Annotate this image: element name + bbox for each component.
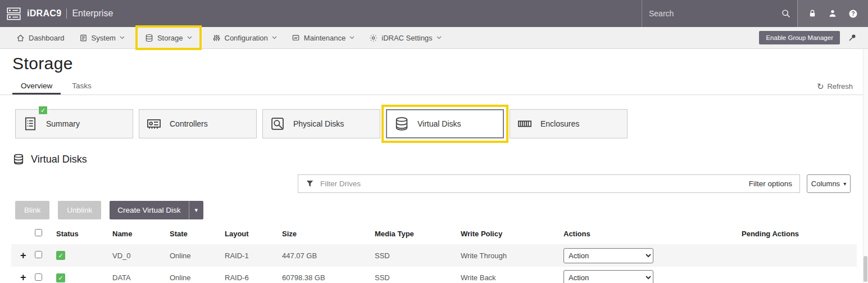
nav-right-group: Enable Group Manager bbox=[759, 31, 862, 44]
user-icon[interactable] bbox=[828, 9, 837, 18]
summary-healthy-badge: ✓ bbox=[38, 106, 48, 115]
virtual-disks-toolbar: Blink Unblink Create Virtual Disk ▾ bbox=[15, 201, 868, 219]
filter-options-link[interactable]: Filter options bbox=[749, 179, 792, 188]
cell-pending-actions bbox=[734, 244, 857, 267]
filter-funnel-icon bbox=[306, 179, 314, 188]
pin-icon[interactable] bbox=[848, 33, 857, 42]
select-all-column-header bbox=[27, 223, 48, 244]
cell-state: Online bbox=[162, 267, 217, 283]
filter-drives-input[interactable] bbox=[320, 179, 743, 188]
expand-row-button[interactable]: + bbox=[17, 272, 26, 283]
card-physical-disks[interactable]: Physical Disks bbox=[262, 109, 380, 138]
table-row: + ✓ DATA Online RAID-6 60798.38 GB SSD W… bbox=[11, 267, 857, 283]
row-action-select[interactable]: Action bbox=[563, 248, 653, 263]
help-icon[interactable]: ? bbox=[848, 9, 858, 19]
virtual-disks-section-header: Virtual Disks bbox=[12, 153, 868, 165]
system-icon bbox=[79, 34, 88, 42]
expand-row-button[interactable]: + bbox=[17, 250, 26, 262]
column-header-write-policy: Write Policy bbox=[453, 223, 556, 244]
cell-write-policy: Write Back bbox=[453, 267, 556, 283]
tab-tasks[interactable]: Tasks bbox=[63, 78, 100, 95]
physical-disks-icon bbox=[270, 116, 285, 132]
header-spacer bbox=[113, 0, 642, 27]
svg-text:?: ? bbox=[851, 11, 855, 17]
tab-overview[interactable]: Overview bbox=[12, 78, 61, 95]
status-ok-icon: ✓ bbox=[56, 251, 65, 260]
enable-group-manager-button[interactable]: Enable Group Manager bbox=[759, 31, 840, 44]
cell-media-type: SSD bbox=[367, 267, 453, 283]
nav-item-label: System bbox=[92, 34, 116, 42]
page-title: Storage bbox=[12, 54, 868, 73]
nav-item-label: Dashboard bbox=[29, 34, 65, 42]
nav-item-system[interactable]: System bbox=[72, 27, 132, 49]
card-enclosures[interactable]: Enclosures bbox=[510, 109, 628, 138]
cell-pending-actions bbox=[734, 267, 857, 283]
brand-edition: Enterprise bbox=[72, 8, 113, 19]
chevron-down-icon bbox=[187, 36, 192, 39]
virtual-disks-icon bbox=[394, 116, 410, 132]
configuration-icon bbox=[212, 34, 221, 42]
home-icon bbox=[16, 34, 25, 42]
nav-item-label: Storage bbox=[157, 34, 183, 42]
select-all-checkbox[interactable] bbox=[35, 229, 42, 236]
row-checkbox[interactable] bbox=[35, 251, 42, 258]
card-label: Virtual Disks bbox=[417, 119, 461, 128]
columns-button[interactable]: Columns ▾ bbox=[807, 174, 851, 193]
nav-item-maintenance[interactable]: Maintenance bbox=[284, 27, 362, 49]
virtual-disks-icon bbox=[12, 153, 25, 165]
column-header-pending-actions: Pending Actions bbox=[734, 223, 857, 244]
blink-button[interactable]: Blink bbox=[15, 201, 49, 219]
nav-item-label: Configuration bbox=[225, 34, 268, 42]
row-action-select[interactable]: Action bbox=[563, 270, 653, 283]
card-summary[interactable]: ✓ Summary bbox=[15, 109, 133, 138]
row-checkbox[interactable] bbox=[35, 273, 42, 281]
search-input[interactable] bbox=[649, 9, 777, 18]
search-icon[interactable] bbox=[781, 9, 790, 18]
column-header-layout: Layout bbox=[217, 223, 274, 244]
unblink-button[interactable]: Unblink bbox=[58, 201, 101, 219]
nav-item-storage[interactable]: Storage bbox=[138, 28, 199, 48]
brand-name: iDRAC9 bbox=[27, 8, 61, 19]
cell-media-type: SSD bbox=[367, 244, 453, 267]
tab-bar: Overview Tasks ↻ Refresh bbox=[0, 78, 868, 95]
summary-icon bbox=[22, 116, 38, 132]
chevron-down-icon bbox=[349, 36, 355, 39]
card-label: Summary bbox=[46, 119, 80, 128]
vertical-scrollbar[interactable] bbox=[863, 49, 868, 283]
refresh-button[interactable]: ↻ Refresh bbox=[817, 82, 853, 95]
scrollbar-thumb[interactable] bbox=[864, 256, 867, 282]
brand-divider bbox=[66, 8, 67, 19]
cell-size: 60798.38 GB bbox=[274, 267, 367, 283]
column-header-name: Name bbox=[104, 223, 162, 244]
nav-item-configuration[interactable]: Configuration bbox=[205, 27, 284, 49]
main-nav: Dashboard System Storage Configuration bbox=[0, 27, 868, 49]
caret-down-icon: ▾ bbox=[189, 201, 204, 219]
card-label: Controllers bbox=[170, 119, 208, 128]
expand-column-header bbox=[11, 223, 27, 244]
lock-icon[interactable] bbox=[808, 9, 817, 18]
create-virtual-disk-button[interactable]: Create Virtual Disk ▾ bbox=[110, 201, 203, 219]
header-icon-group: ? bbox=[797, 0, 868, 27]
cell-name: DATA bbox=[104, 267, 162, 283]
caret-down-icon: ▾ bbox=[843, 181, 846, 187]
chevron-down-icon bbox=[437, 36, 442, 39]
chevron-down-icon bbox=[272, 36, 277, 39]
cell-layout: RAID-6 bbox=[217, 267, 274, 283]
card-label: Enclosures bbox=[540, 119, 579, 128]
cell-size: 447.07 GB bbox=[274, 244, 367, 267]
section-title: Virtual Disks bbox=[31, 154, 87, 165]
filter-row: Filter options Columns ▾ bbox=[298, 174, 851, 193]
column-header-media-type: Media Type bbox=[367, 223, 453, 244]
search-box bbox=[642, 0, 797, 27]
card-virtual-disks[interactable]: Virtual Disks bbox=[386, 109, 504, 138]
nav-item-dashboard[interactable]: Dashboard bbox=[9, 27, 72, 49]
controllers-icon bbox=[146, 116, 162, 132]
nav-item-idrac-settings[interactable]: iDRAC Settings bbox=[362, 27, 448, 49]
cell-layout: RAID-1 bbox=[217, 244, 274, 267]
nav-item-label: iDRAC Settings bbox=[381, 34, 432, 42]
cell-state: Online bbox=[162, 244, 217, 267]
storage-highlight-annotation: Storage bbox=[135, 25, 202, 50]
table-row: + ✓ VD_0 Online RAID-1 447.07 GB SSD Wri… bbox=[11, 244, 857, 267]
card-controllers[interactable]: Controllers bbox=[139, 109, 257, 138]
gear-icon bbox=[369, 34, 378, 42]
